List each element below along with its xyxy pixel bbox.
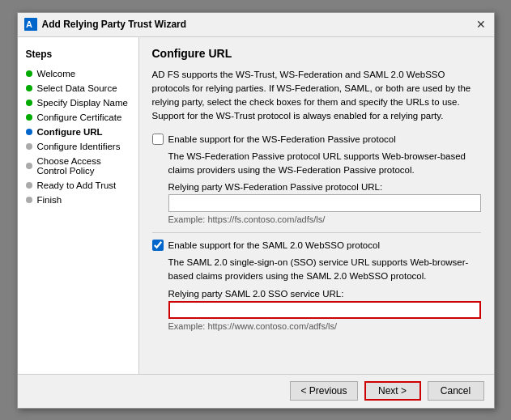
sidebar-item-configure-url[interactable]: Configure URL — [18, 125, 138, 139]
ws-federation-checkbox-row: Enable support for the WS-Federation Pas… — [152, 134, 481, 145]
sidebar-item-select-data-source[interactable]: Select Data Source — [18, 81, 138, 95]
cancel-button[interactable]: Cancel — [428, 381, 484, 401]
next-button[interactable]: Next > — [364, 381, 421, 401]
sidebar-item-finish[interactable]: Finish — [18, 193, 138, 207]
dot-configure-identifiers — [26, 143, 32, 150]
dot-finish — [26, 197, 32, 203]
saml-checkbox-label[interactable]: Enable support for the SAML 2.0 WebSSO p… — [168, 240, 380, 250]
saml-checkbox-row: Enable support for the SAML 2.0 WebSSO p… — [152, 240, 481, 251]
dialog-footer: < Previous Next > Cancel — [18, 374, 494, 408]
sidebar-label-choose-access-control: Choose Access Control Policy — [37, 156, 130, 176]
dot-ready-to-add-trust — [26, 182, 32, 189]
sidebar-item-ready-to-add-trust[interactable]: Ready to Add Trust — [18, 178, 138, 193]
dialog-title: Add Relying Party Trust Wizard — [42, 19, 187, 30]
sidebar-item-configure-certificate[interactable]: Configure Certificate — [18, 110, 138, 125]
sidebar-label-configure-identifiers: Configure Identifiers — [37, 142, 121, 151]
sidebar-title: Steps — [18, 45, 138, 66]
sidebar-item-configure-identifiers[interactable]: Configure Identifiers — [18, 139, 138, 154]
main-content: Configure URL AD FS supports the WS-Trus… — [139, 37, 494, 374]
saml-field-label: Relying party SAML 2.0 SSO service URL: — [168, 289, 481, 299]
dialog-body: Steps Welcome Select Data Source Specify… — [18, 37, 494, 374]
ws-federation-checkbox-label[interactable]: Enable support for the WS-Federation Pas… — [168, 134, 396, 144]
saml-description: The SAML 2.0 single-sign-on (SSO) servic… — [168, 256, 481, 284]
sidebar: Steps Welcome Select Data Source Specify… — [18, 37, 139, 374]
wizard-icon: A — [24, 18, 37, 31]
dot-specify-display-name — [26, 100, 32, 106]
dot-configure-certificate — [26, 114, 32, 121]
section-divider — [152, 232, 481, 233]
dot-configure-url — [26, 129, 32, 135]
saml-example: Example: https://www.contoso.com/adfs/ls… — [168, 321, 481, 331]
sidebar-label-finish: Finish — [37, 195, 62, 205]
title-bar: A Add Relying Party Trust Wizard ✕ — [18, 13, 494, 37]
ws-federation-example: Example: https://fs.contoso.com/adfs/ls/ — [168, 214, 481, 224]
intro-description: AD FS supports the WS-Trust, WS-Federati… — [152, 68, 481, 124]
saml-section: Enable support for the SAML 2.0 WebSSO p… — [152, 240, 481, 331]
sidebar-item-specify-display-name[interactable]: Specify Display Name — [18, 95, 138, 110]
svg-text:A: A — [26, 19, 32, 29]
title-bar-left: A Add Relying Party Trust Wizard — [24, 18, 187, 31]
sidebar-label-specify-display-name: Specify Display Name — [37, 98, 128, 108]
close-button[interactable]: ✕ — [475, 18, 488, 31]
dot-select-data-source — [26, 85, 32, 91]
sidebar-label-select-data-source: Select Data Source — [37, 83, 117, 93]
ws-federation-section: Enable support for the WS-Federation Pas… — [152, 134, 481, 225]
dot-choose-access-control — [26, 163, 32, 169]
sidebar-item-choose-access-control[interactable]: Choose Access Control Policy — [18, 154, 138, 178]
previous-button[interactable]: < Previous — [290, 381, 357, 401]
sidebar-label-ready-to-add-trust: Ready to Add Trust — [37, 180, 117, 190]
dot-welcome — [26, 70, 32, 77]
ws-federation-field-label: Relying party WS-Federation Passive prot… — [168, 182, 481, 192]
saml-checkbox[interactable] — [152, 240, 164, 251]
sidebar-label-configure-url: Configure URL — [37, 127, 103, 137]
dialog-window: A Add Relying Party Trust Wizard ✕ Steps… — [17, 12, 495, 409]
sidebar-label-configure-certificate: Configure Certificate — [37, 112, 122, 122]
ws-federation-checkbox[interactable] — [152, 134, 164, 145]
sidebar-label-welcome: Welcome — [37, 69, 76, 78]
saml-url-input[interactable] — [168, 301, 481, 319]
ws-federation-description: The WS-Federation Passive protocol URL s… — [168, 150, 481, 178]
page-title: Configure URL — [152, 47, 481, 60]
ws-federation-url-input[interactable] — [168, 194, 481, 212]
sidebar-item-welcome[interactable]: Welcome — [18, 66, 138, 81]
